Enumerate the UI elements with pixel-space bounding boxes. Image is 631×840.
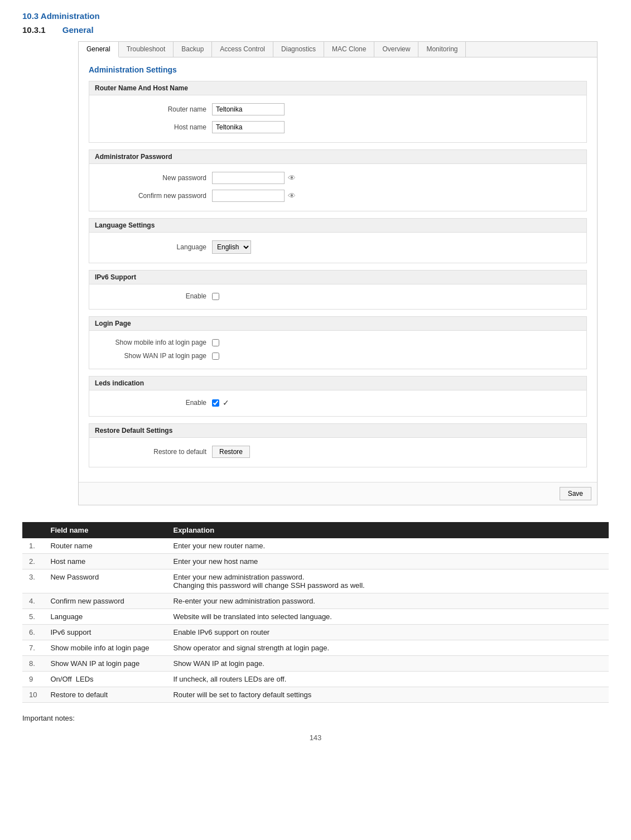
label-router-name: Router name: [95, 105, 206, 113]
row-explanation: If uncheck, all routers LEDs are off.: [166, 672, 609, 687]
tab-troubleshoot[interactable]: Troubleshoot: [119, 42, 174, 57]
label-language: Language: [95, 243, 206, 251]
table-row: 5. Language Website will be translated i…: [22, 609, 609, 625]
input-router-name-wrap: [212, 103, 285, 115]
row-num: 5.: [22, 609, 44, 625]
form-row-new-password: New password 👁: [89, 170, 586, 186]
table-row: 6. IPv6 support Enable IPv6 support on r…: [22, 625, 609, 640]
section-content-restore: Restore to default Restore: [89, 438, 587, 467]
section-content-language: Language English: [89, 233, 587, 263]
tab-general[interactable]: General: [79, 42, 119, 57]
tab-diagnostics[interactable]: Diagnostics: [273, 42, 324, 57]
doc-title: 10.3 Administration: [22, 11, 609, 21]
input-new-password[interactable]: [212, 172, 285, 184]
section-header-ipv6: IPv6 Support: [89, 270, 587, 284]
row-num: 6.: [22, 625, 44, 640]
save-button[interactable]: Save: [560, 487, 591, 500]
row-field: Confirm new password: [44, 593, 166, 609]
section-admin-password: Administrator Password New password 👁 Co…: [89, 149, 587, 211]
row-num: 8.: [22, 656, 44, 672]
row-explanation: Enter your new host name: [166, 554, 609, 569]
tab-bar: General Troubleshoot Backup Access Contr…: [79, 42, 597, 57]
panel-footer: Save: [79, 482, 597, 505]
checkbox-show-wan-wrap: [212, 353, 219, 360]
section-router-name: Router Name And Host Name Router name Ho…: [89, 81, 587, 143]
input-host-name-wrap: [212, 121, 285, 133]
section-header-restore: Restore Default Settings: [89, 423, 587, 438]
label-confirm-password: Confirm new password: [95, 192, 206, 200]
row-field: IPv6 support: [44, 625, 166, 640]
table-row: 2. Host name Enter your new host name: [22, 554, 609, 569]
section-login-page: Login Page Show mobile info at login pag…: [89, 316, 587, 369]
section-restore: Restore Default Settings Restore to defa…: [89, 423, 587, 467]
row-num: 9: [22, 672, 44, 687]
label-ipv6-enable: Enable: [95, 292, 206, 300]
section-ipv6: IPv6 Support Enable: [89, 270, 587, 310]
table-row: 9 On/Off LEDs If uncheck, all routers LE…: [22, 672, 609, 687]
checkbox-ipv6-enable[interactable]: [212, 293, 219, 300]
table-row: 4. Confirm new password Re-enter your ne…: [22, 593, 609, 609]
checkbox-leds-enable[interactable]: [212, 399, 219, 407]
form-row-router-name: Router name: [89, 101, 586, 118]
section-language: Language Settings Language English: [89, 218, 587, 263]
table-row: 1. Router name Enter your new router nam…: [22, 538, 609, 554]
section-header-leds: Leds indication: [89, 376, 587, 390]
table-row: 8. Show WAN IP at login page Show WAN IP…: [22, 656, 609, 672]
row-explanation: Show operator and signal strength at log…: [166, 640, 609, 656]
label-host-name: Host name: [95, 123, 206, 131]
form-row-leds-enable: Enable ✓: [89, 396, 586, 409]
important-notes: Important notes:: [22, 714, 609, 722]
label-show-mobile: Show mobile info at login page: [95, 339, 206, 346]
restore-btn-wrap: Restore: [212, 446, 250, 458]
input-router-name[interactable]: [212, 103, 285, 115]
tab-mac-clone[interactable]: MAC Clone: [324, 42, 374, 57]
section-leds: Leds indication Enable ✓: [89, 376, 587, 417]
row-explanation: Enter your new router name.: [166, 538, 609, 554]
table-row: 3. New Password Enter your new administr…: [22, 569, 609, 593]
form-row-restore: Restore to default Restore: [89, 443, 586, 460]
row-field: Host name: [44, 554, 166, 569]
select-language[interactable]: English: [212, 240, 251, 254]
form-row-ipv6-enable: Enable: [89, 290, 586, 302]
table-row: 7. Show mobile info at login page Show o…: [22, 640, 609, 656]
restore-button[interactable]: Restore: [212, 446, 250, 458]
row-field: Show mobile info at login page: [44, 640, 166, 656]
panel-heading: Administration Settings: [89, 65, 587, 74]
row-num: 2.: [22, 554, 44, 569]
form-row-host-name: Host name: [89, 119, 586, 136]
input-host-name[interactable]: [212, 121, 285, 133]
tab-access-control[interactable]: Access Control: [212, 42, 273, 57]
checkbox-show-wan[interactable]: [212, 353, 219, 360]
form-row-show-mobile: Show mobile info at login page: [89, 336, 586, 349]
input-confirm-password[interactable]: [212, 190, 285, 202]
admin-panel: General Troubleshoot Backup Access Contr…: [78, 41, 598, 505]
page-number: 143: [22, 733, 609, 742]
checkbox-leds-wrap: ✓: [212, 398, 229, 407]
checkbox-show-mobile-wrap: [212, 339, 219, 346]
row-explanation: Enter your new administration password.C…: [166, 569, 609, 593]
form-row-show-wan: Show WAN IP at login page: [89, 350, 586, 362]
section-content-router-name: Router name Host name: [89, 95, 587, 143]
eye-icon-confirm-password[interactable]: 👁: [288, 191, 296, 200]
col-header-explanation: Explanation: [166, 522, 609, 538]
input-confirm-password-wrap: 👁: [212, 190, 296, 202]
form-row-confirm-password: Confirm new password 👁: [89, 187, 586, 204]
label-restore: Restore to default: [95, 448, 206, 456]
form-row-language: Language English: [89, 238, 586, 256]
tab-monitoring[interactable]: Monitoring: [418, 42, 466, 57]
tab-overview[interactable]: Overview: [374, 42, 418, 57]
section-header-language: Language Settings: [89, 218, 587, 233]
row-explanation: Re-enter your new administration passwor…: [166, 593, 609, 609]
row-explanation: Website will be translated into selected…: [166, 609, 609, 625]
eye-icon-new-password[interactable]: 👁: [288, 173, 296, 182]
checkbox-show-mobile[interactable]: [212, 339, 219, 346]
tab-backup[interactable]: Backup: [174, 42, 212, 57]
row-num: 1.: [22, 538, 44, 554]
col-header-num: [22, 522, 44, 538]
row-field: Restore to default: [44, 687, 166, 703]
section-header-router-name: Router Name And Host Name: [89, 81, 587, 95]
field-table: Field name Explanation 1. Router name En…: [22, 522, 609, 703]
section-header-admin-password: Administrator Password: [89, 149, 587, 164]
row-explanation: Router will be set to factory default se…: [166, 687, 609, 703]
checkmark-icon: ✓: [223, 398, 229, 407]
